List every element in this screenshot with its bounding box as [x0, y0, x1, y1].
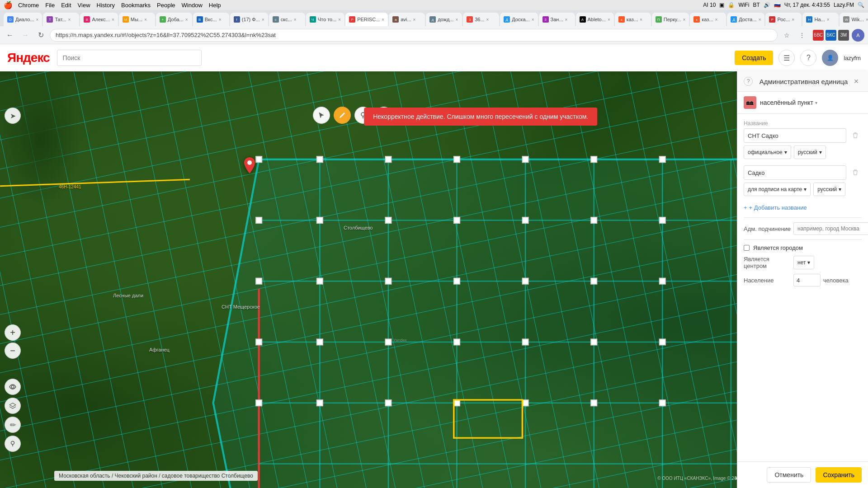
tab-2[interactable]: Т Тат... ×	[43, 13, 79, 26]
is-center-dropdown[interactable]: нет ▾	[793, 256, 814, 269]
population-input[interactable]	[793, 274, 821, 286]
extension-3[interactable]: ЗМ	[838, 30, 849, 41]
tab-close-11[interactable]: ×	[413, 17, 415, 22]
tab-close-18[interactable]: ×	[683, 17, 685, 22]
tab-close-2[interactable]: ×	[68, 17, 71, 22]
tab-close-14[interactable]: ×	[532, 17, 534, 22]
user-avatar[interactable]: 👤	[822, 50, 838, 66]
search-input[interactable]	[57, 50, 202, 66]
menu-window[interactable]: Window	[182, 2, 203, 9]
create-button[interactable]: Создать	[735, 51, 773, 65]
media-player[interactable]: Lazy.FM	[834, 2, 854, 8]
tab-close-15[interactable]: ×	[565, 17, 568, 22]
tab-close-5[interactable]: ×	[185, 17, 188, 22]
menu-people[interactable]: People	[157, 2, 175, 9]
cursor-tool-button[interactable]	[313, 107, 330, 124]
point-tool-button[interactable]	[5, 436, 21, 452]
menu-file[interactable]: File	[45, 2, 55, 9]
forward-button[interactable]: →	[19, 29, 32, 42]
tab-21[interactable]: Р Рос... ×	[765, 13, 802, 26]
tab-22[interactable]: Н На... ×	[802, 13, 839, 26]
tab-close-22[interactable]: ×	[827, 17, 830, 22]
tab-10[interactable]: P PERISC... ×	[345, 13, 388, 26]
user-profile-button[interactable]: A	[852, 29, 864, 42]
menu-button[interactable]: ☰	[778, 50, 795, 66]
type-selector[interactable]: населённый пункт ▾	[760, 99, 817, 106]
tab-close-12[interactable]: ×	[456, 17, 458, 22]
save-button[interactable]: Сохранить	[816, 467, 862, 483]
navigate-tool-button[interactable]: ➤	[5, 108, 21, 124]
refresh-button[interactable]: ↻	[34, 29, 47, 42]
is-city-checkbox[interactable]	[744, 245, 750, 251]
edit-tool-button[interactable]	[334, 107, 351, 124]
tab-7[interactable]: f (17) Ф... ×	[230, 13, 268, 26]
tab-13[interactable]: 3 36... ×	[463, 13, 499, 26]
menu-help[interactable]: Help	[209, 2, 221, 9]
tab-close-20[interactable]: ×	[759, 17, 761, 22]
tab-14[interactable]: Д Доска... ×	[500, 13, 538, 26]
menu-chrome[interactable]: Chrome	[18, 2, 39, 9]
tab-close-9[interactable]: ×	[338, 17, 341, 22]
cancel-button[interactable]: Отменить	[767, 467, 811, 483]
tab-close-23[interactable]: ×	[866, 17, 868, 22]
tab-6[interactable]: В Вкс... ×	[193, 13, 229, 26]
adm-input[interactable]	[793, 222, 868, 235]
name-type-dropdown[interactable]: официальное ▾	[744, 145, 791, 159]
menu-view[interactable]: View	[78, 2, 90, 9]
tab-1[interactable]: D Диало... ×	[4, 13, 42, 26]
add-name-link[interactable]: + + Добавить название	[744, 202, 862, 213]
browser-settings-button[interactable]: ⋮	[796, 29, 808, 42]
panel-close-button[interactable]: ×	[851, 76, 862, 87]
extension-1[interactable]: БВС	[813, 30, 824, 41]
tab-9[interactable]: Ч Что то... ×	[306, 13, 344, 26]
spotlight-search[interactable]: 🔍	[858, 2, 864, 8]
zoom-out-button[interactable]: −	[5, 343, 21, 359]
tab-16[interactable]: A Ableto... ×	[576, 13, 614, 26]
layers-tool-button[interactable]	[5, 398, 21, 414]
menu-bookmarks[interactable]: Bookmarks	[121, 2, 151, 9]
username-label[interactable]: lazyfm	[844, 55, 861, 61]
tab-20[interactable]: Д Доста... ×	[727, 13, 764, 26]
tab-17[interactable]: к каз... ×	[615, 13, 651, 26]
extension-2[interactable]: БКС	[826, 30, 836, 41]
name-input[interactable]	[744, 128, 846, 143]
tab-4[interactable]: М Мы... ×	[119, 13, 155, 26]
tab-close-8[interactable]: ×	[294, 17, 297, 22]
help-button[interactable]: ?	[800, 50, 816, 66]
alt-name-input[interactable]	[744, 165, 846, 180]
tab-close-16[interactable]: ×	[608, 17, 610, 22]
tab-18[interactable]: П Перку... ×	[652, 13, 689, 26]
tab-15[interactable]: З Зан... ×	[539, 13, 575, 26]
tab-11[interactable]: a avi... ×	[389, 13, 425, 26]
tab-close-7[interactable]: ×	[262, 17, 264, 22]
tab-12[interactable]: д дожд... ×	[426, 13, 462, 26]
alt-name-lang-dropdown[interactable]: русский ▾	[813, 183, 845, 196]
apple-menu[interactable]: 🍎	[4, 1, 13, 9]
menu-edit[interactable]: Edit	[61, 2, 71, 9]
tab-3[interactable]: В Алекс... ×	[80, 13, 118, 26]
tab-close-21[interactable]: ×	[792, 17, 794, 22]
tab-close-17[interactable]: ×	[640, 17, 642, 22]
name-lang-dropdown[interactable]: русский ▾	[794, 145, 826, 159]
alt-name-delete-button[interactable]	[849, 166, 862, 179]
bookmark-button[interactable]: ☆	[780, 29, 793, 42]
tab-8[interactable]: с скс... ×	[269, 13, 305, 26]
zoom-in-button[interactable]: +	[5, 324, 21, 341]
tab-23[interactable]: W Wik... ×	[840, 13, 868, 26]
tab-5[interactable]: + Доба... ×	[156, 13, 192, 26]
tab-close-6[interactable]: ×	[219, 17, 222, 22]
tab-close-10[interactable]: ×	[382, 17, 384, 22]
tab-close-3[interactable]: ×	[112, 17, 114, 22]
draw-tool-button[interactable]: ✏	[5, 417, 21, 433]
tab-19[interactable]: к каз... ×	[690, 13, 726, 26]
tab-close-13[interactable]: ×	[486, 17, 489, 22]
address-bar[interactable]: https://n.maps.yandex.ru/#!/objects?z=16…	[50, 29, 778, 42]
tab-close-1[interactable]: ×	[36, 17, 39, 22]
back-button[interactable]: ←	[4, 29, 16, 42]
menu-history[interactable]: History	[97, 2, 115, 9]
visibility-tool-button[interactable]	[5, 379, 21, 395]
name-delete-button[interactable]	[849, 129, 862, 142]
panel-help-icon[interactable]: ?	[744, 77, 753, 86]
tab-close-19[interactable]: ×	[715, 17, 718, 22]
tab-close-4[interactable]: ×	[144, 17, 147, 22]
